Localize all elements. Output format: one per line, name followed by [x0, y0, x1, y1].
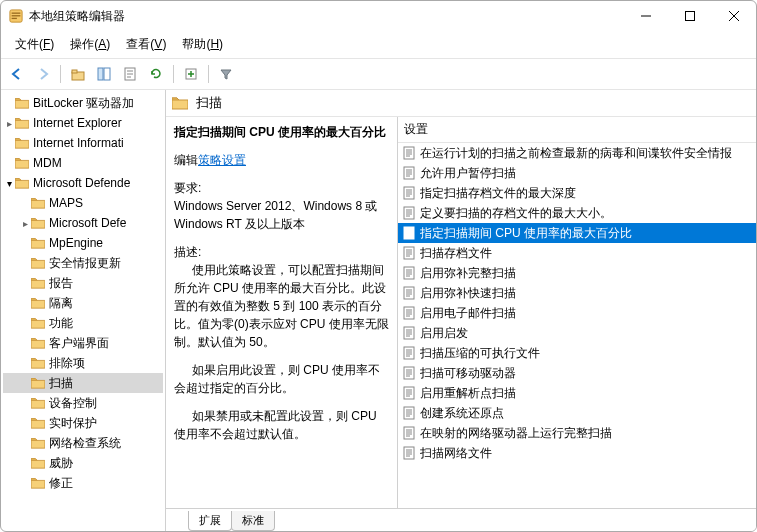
policy-item-icon [402, 426, 416, 440]
settings-column-header[interactable]: 设置 [398, 117, 756, 143]
tree-item[interactable]: 设备控制 [3, 393, 163, 413]
settings-row[interactable]: 启用弥补快速扫描 [398, 283, 756, 303]
settings-row-label: 扫描存档文件 [420, 245, 492, 262]
settings-row[interactable]: 扫描网络文件 [398, 443, 756, 463]
settings-row-label: 启用重解析点扫描 [420, 385, 516, 402]
policy-item-icon [402, 226, 416, 240]
settings-list[interactable]: 在运行计划的扫描之前检查最新的病毒和间谍软件安全情报允许用户暂停扫描指定扫描存档… [398, 143, 756, 508]
settings-row-label: 扫描可移动驱动器 [420, 365, 516, 382]
tree-item[interactable]: MpEngine [3, 233, 163, 253]
content-area: 扫描 指定扫描期间 CPU 使用率的最大百分比 编辑策略设置 要求: Windo… [166, 90, 756, 531]
policy-item-icon [402, 446, 416, 460]
tab-standard[interactable]: 标准 [231, 511, 275, 531]
settings-row[interactable]: 启用弥补完整扫描 [398, 263, 756, 283]
tree-item[interactable]: 隔离 [3, 293, 163, 313]
svg-rect-52 [404, 287, 414, 299]
tree-item-label: 安全情报更新 [49, 255, 121, 272]
edit-line: 编辑策略设置 [174, 151, 389, 169]
window-controls [624, 1, 756, 31]
tree-item[interactable]: 网络检查系统 [3, 433, 163, 453]
policy-item-icon [402, 206, 416, 220]
filter-button[interactable] [214, 62, 238, 86]
settings-row[interactable]: 扫描压缩的可执行文件 [398, 343, 756, 363]
svg-rect-1 [12, 13, 21, 14]
svg-rect-2 [12, 15, 21, 16]
tab-extended[interactable]: 扩展 [188, 511, 232, 531]
minimize-button[interactable] [624, 1, 668, 31]
chevron-right-icon[interactable]: ▸ [19, 218, 31, 229]
tree-item-label: 扫描 [49, 375, 73, 392]
content-split: 指定扫描期间 CPU 使用率的最大百分比 编辑策略设置 要求: Windows … [166, 117, 756, 508]
settings-row[interactable]: 定义要扫描的存档文件的最大大小。 [398, 203, 756, 223]
tree-item[interactable]: ▾Microsoft Defende [3, 173, 163, 193]
path-header-text: 扫描 [196, 94, 222, 112]
tree-item[interactable]: 功能 [3, 313, 163, 333]
tree-item[interactable]: 实时保护 [3, 413, 163, 433]
titlebar: 本地组策略编辑器 [1, 1, 756, 31]
settings-row[interactable]: 指定扫描存档文件的最大深度 [398, 183, 756, 203]
folder-icon [31, 257, 45, 269]
settings-row[interactable]: 启用电子邮件扫描 [398, 303, 756, 323]
menu-file[interactable]: 文件(F) [7, 33, 62, 56]
up-level-button[interactable] [66, 62, 90, 86]
tree-item[interactable]: MDM [3, 153, 163, 173]
svg-rect-37 [404, 227, 414, 239]
tree-item-label: MDM [33, 156, 62, 170]
tree-item[interactable]: 安全情报更新 [3, 253, 163, 273]
settings-row[interactable]: 允许用户暂停扫描 [398, 163, 756, 183]
policy-item-icon [402, 406, 416, 420]
tree-item[interactable]: 报告 [3, 273, 163, 293]
folder-icon [15, 157, 29, 169]
maximize-button[interactable] [668, 1, 712, 31]
folder-icon [31, 377, 45, 389]
settings-list-pane: 设置 在运行计划的扫描之前检查最新的病毒和间谍软件安全情报允许用户暂停扫描指定扫… [398, 117, 756, 508]
tree-item-label: 网络检查系统 [49, 435, 121, 452]
menu-help[interactable]: 帮助(H) [174, 33, 231, 56]
app-icon [9, 9, 23, 23]
tree-item[interactable]: 排除项 [3, 353, 163, 373]
tree-item[interactable]: 修正 [3, 473, 163, 493]
tree-item[interactable]: 扫描 [3, 373, 163, 393]
menu-action[interactable]: 操作(A) [62, 33, 118, 56]
settings-row[interactable]: 扫描可移动驱动器 [398, 363, 756, 383]
chevron-down-icon[interactable]: ▾ [3, 178, 15, 189]
folder-icon [31, 317, 45, 329]
nav-back-button[interactable] [5, 62, 29, 86]
policy-item-icon [402, 186, 416, 200]
tree-item[interactable]: 客户端界面 [3, 333, 163, 353]
tree-item-label: 修正 [49, 475, 73, 492]
folder-icon [172, 96, 188, 110]
close-button[interactable] [712, 1, 756, 31]
export-button[interactable] [179, 62, 203, 86]
tree-item[interactable]: MAPS [3, 193, 163, 213]
nav-tree[interactable]: BitLocker 驱动器加▸Internet ExplorerInternet… [1, 90, 166, 531]
menu-view[interactable]: 查看(V) [118, 33, 174, 56]
tree-item[interactable]: BitLocker 驱动器加 [3, 93, 163, 113]
settings-row[interactable]: 启用启发 [398, 323, 756, 343]
settings-row[interactable]: 在运行计划的扫描之前检查最新的病毒和间谍软件安全情报 [398, 143, 756, 163]
svg-rect-77 [404, 387, 414, 399]
chevron-right-icon[interactable]: ▸ [3, 118, 15, 129]
folder-icon [31, 417, 45, 429]
tree-item-label: 报告 [49, 275, 73, 292]
tree-item-label: 隔离 [49, 295, 73, 312]
refresh-button[interactable] [144, 62, 168, 86]
settings-row[interactable]: 创建系统还原点 [398, 403, 756, 423]
tree-item[interactable]: 威胁 [3, 453, 163, 473]
settings-row-label: 定义要扫描的存档文件的最大大小。 [420, 205, 612, 222]
svg-rect-3 [12, 18, 17, 19]
settings-row[interactable]: 扫描存档文件 [398, 243, 756, 263]
tree-item[interactable]: ▸Internet Explorer [3, 113, 163, 133]
tree-item[interactable]: ▸Microsoft Defe [3, 213, 163, 233]
settings-row[interactable]: 在映射的网络驱动器上运行完整扫描 [398, 423, 756, 443]
settings-row[interactable]: 启用重解析点扫描 [398, 383, 756, 403]
show-tree-button[interactable] [92, 62, 116, 86]
properties-button[interactable] [118, 62, 142, 86]
description-pane: 指定扫描期间 CPU 使用率的最大百分比 编辑策略设置 要求: Windows … [166, 117, 398, 508]
policy-item-icon [402, 266, 416, 280]
edit-policy-link[interactable]: 策略设置 [198, 153, 246, 167]
settings-row[interactable]: 指定扫描期间 CPU 使用率的最大百分比 [398, 223, 756, 243]
nav-forward-button[interactable] [31, 62, 55, 86]
tree-item[interactable]: Internet Informati [3, 133, 163, 153]
description-p2: 如果启用此设置，则 CPU 使用率不会超过指定的百分比。 [174, 361, 389, 397]
